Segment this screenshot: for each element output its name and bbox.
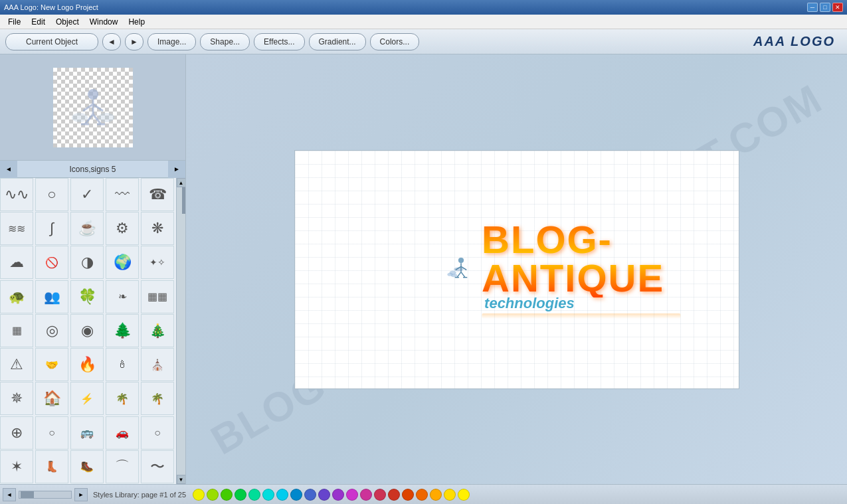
color-swatch[interactable] [235, 489, 246, 501]
menu-window[interactable]: Window [84, 16, 124, 28]
list-item[interactable]: ⚡ [70, 382, 104, 415]
list-item[interactable]: ◎ [35, 314, 68, 347]
color-swatch[interactable] [416, 489, 428, 501]
scroll-up-button[interactable]: ▲ [177, 178, 186, 187]
menu-help[interactable]: Help [123, 16, 150, 28]
logo-canvas[interactable]: BLOG-ANTIQUE technologies [294, 150, 739, 389]
menu-edit[interactable]: Edit [26, 16, 50, 28]
scroll-down-button[interactable]: ▼ [177, 475, 186, 484]
list-item[interactable]: 〜 [141, 450, 174, 483]
list-item[interactable]: ▦▦ [141, 280, 174, 313]
menu-file[interactable]: File [3, 16, 26, 28]
list-item[interactable]: ⊕ [0, 416, 33, 450]
nav-forward-button[interactable]: ► [125, 33, 143, 50]
color-swatch[interactable] [346, 489, 358, 501]
svg-point-10 [458, 258, 463, 263]
image-button[interactable]: Image... [147, 33, 196, 50]
color-swatch[interactable] [262, 489, 274, 501]
titlebar: AAA Logo: New Logo Project ─ □ ✕ [0, 0, 847, 15]
list-item[interactable]: 🌍 [106, 246, 139, 279]
svg-line-2 [83, 104, 93, 111]
list-item[interactable]: ◑ [70, 246, 104, 279]
list-item[interactable]: 🔥 [70, 348, 104, 381]
color-swatch[interactable] [304, 489, 316, 501]
color-swatch[interactable] [207, 489, 219, 501]
list-item[interactable]: ❋ [141, 212, 174, 245]
list-item[interactable]: 🤝 [35, 348, 68, 381]
list-item[interactable]: 🌲 [106, 314, 139, 347]
gradient-button[interactable]: Gradient... [309, 33, 366, 50]
list-item[interactable]: ∫ [35, 212, 68, 245]
color-swatch[interactable] [193, 489, 205, 501]
list-item[interactable]: ✵ [0, 382, 33, 415]
scroll-left-button[interactable]: ◄ [3, 488, 16, 501]
list-item[interactable]: ☎ [141, 178, 174, 211]
color-swatch[interactable] [332, 489, 344, 501]
titlebar-controls: ─ □ ✕ [807, 3, 843, 12]
effects-button[interactable]: Effects... [254, 33, 304, 50]
list-item[interactable]: ○ [35, 416, 68, 450]
list-item[interactable]: ⛪ [141, 348, 174, 381]
list-item[interactable]: ▦ [0, 314, 33, 347]
list-item[interactable]: 🕯 [106, 348, 139, 381]
colors-button[interactable]: Colors... [370, 33, 420, 50]
lib-prev-button[interactable]: ◄ [0, 161, 17, 178]
list-item[interactable]: ✓ [70, 178, 104, 211]
list-item[interactable]: 🏠 [35, 382, 68, 415]
list-item[interactable]: ∿∿ [0, 178, 33, 211]
maximize-button[interactable]: □ [820, 3, 830, 12]
list-item[interactable]: 🐢 [0, 280, 33, 313]
list-item[interactable]: 🌴 [106, 382, 139, 415]
color-swatch[interactable] [374, 489, 386, 501]
color-swatch[interactable] [318, 489, 330, 501]
color-swatch[interactable] [221, 489, 233, 501]
color-swatch[interactable] [430, 489, 442, 501]
close-button[interactable]: ✕ [832, 3, 843, 12]
color-swatch[interactable] [388, 489, 400, 501]
list-item[interactable]: 🚗 [106, 416, 139, 450]
scroll-thumb[interactable] [182, 187, 186, 214]
list-item[interactable]: 🚌 [70, 416, 104, 450]
bottom-scroll-thumb[interactable] [21, 491, 34, 498]
list-item[interactable]: 🚫 [35, 246, 68, 279]
scroll-right-button[interactable]: ► [74, 488, 88, 501]
list-item[interactable]: 👢 [35, 450, 68, 483]
color-swatch[interactable] [402, 489, 414, 501]
list-item[interactable]: 🌴 [141, 382, 174, 415]
color-swatch[interactable] [276, 489, 288, 501]
list-item[interactable]: 🍀 [70, 280, 104, 313]
list-item[interactable]: 〰 [106, 178, 139, 211]
color-swatch[interactable] [290, 489, 302, 501]
svg-point-8 [72, 113, 88, 122]
color-swatch[interactable] [360, 489, 372, 501]
list-item[interactable]: ✶ [0, 450, 33, 483]
icon-grid: ∿∿ ○ ✓ 〰 ☎ ≋≋ ∫ ☕ ⚙ ❋ ☁ 🚫 ◑ 🌍 ✦✧ 🐢 👥 [0, 178, 185, 484]
color-swatch[interactable] [444, 489, 456, 501]
list-item[interactable]: ☕ [70, 212, 104, 245]
list-item[interactable]: 👥 [35, 280, 68, 313]
logo-reflection [482, 313, 680, 319]
current-object-button[interactable]: Current Object [5, 33, 98, 50]
list-item[interactable]: ≋≋ [0, 212, 33, 245]
color-swatch[interactable] [458, 489, 470, 501]
list-item[interactable]: ❧ [106, 280, 139, 313]
list-item[interactable]: ⌒ [106, 450, 139, 483]
color-swatches [189, 489, 844, 501]
list-item[interactable]: ⚠ [0, 348, 33, 381]
svg-line-3 [93, 104, 103, 111]
list-item[interactable]: ⚙ [106, 212, 139, 245]
list-item[interactable]: ◉ [70, 314, 104, 347]
list-item[interactable]: ○ [141, 416, 174, 450]
color-swatch[interactable] [248, 489, 260, 501]
minimize-button[interactable]: ─ [807, 3, 818, 12]
lib-next-button[interactable]: ► [168, 161, 185, 178]
list-item[interactable]: ☁ [0, 246, 33, 279]
shape-button[interactable]: Shape... [200, 33, 250, 50]
list-item[interactable]: 🥾 [70, 450, 104, 483]
logo-text-area: BLOG-ANTIQUE technologies [482, 220, 680, 319]
list-item[interactable]: ○ [35, 178, 68, 211]
nav-back-button[interactable]: ◄ [102, 33, 121, 50]
list-item[interactable]: ✦✧ [141, 246, 174, 279]
list-item[interactable]: 🎄 [141, 314, 174, 347]
menu-object[interactable]: Object [50, 16, 84, 28]
